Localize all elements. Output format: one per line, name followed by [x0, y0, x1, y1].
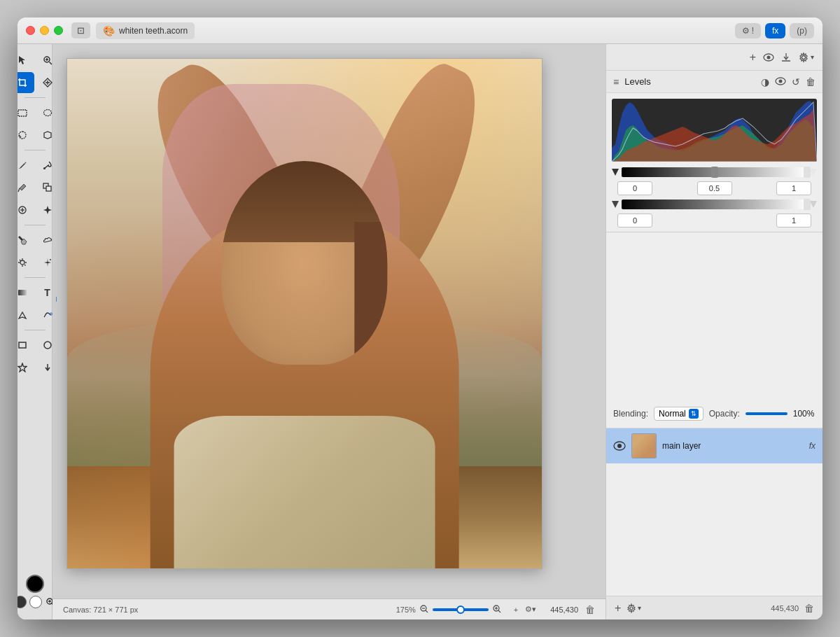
layers-bottombar: + ▾ 445,430 🗑 — [606, 596, 822, 620]
close-button[interactable] — [26, 26, 35, 35]
levels-delete-btn[interactable]: 🗑 — [806, 76, 816, 88]
input-values: 0 0.5 1 — [612, 181, 817, 200]
sparkle-tool[interactable] — [36, 252, 59, 273]
output-white-marker[interactable] — [810, 201, 817, 208]
tool-row-13 — [18, 357, 59, 378]
output-white-handle[interactable] — [804, 199, 811, 210]
p-button[interactable]: (p) — [790, 23, 814, 38]
input-mid-value[interactable]: 0.5 — [697, 181, 732, 195]
input-high-value[interactable]: 1 — [776, 181, 811, 195]
cloud-tool[interactable] — [36, 230, 59, 251]
levels-header: ≡ Levels ◑ ↺ 🗑 — [606, 71, 822, 93]
star-shape-tool[interactable] — [18, 357, 34, 378]
tools-button[interactable]: ⚙︎ ! — [735, 23, 761, 38]
pen-tool[interactable] — [18, 304, 34, 326]
blending-select[interactable]: Normal ⇅ — [654, 407, 704, 421]
rect-shape-tool[interactable] — [18, 335, 34, 356]
fx-button[interactable]: fx — [765, 23, 785, 38]
panel-toolbar: + ▾ — [606, 44, 822, 71]
levels-eye-btn[interactable] — [775, 76, 786, 88]
zoom-slider[interactable] — [433, 608, 489, 611]
crop-tool[interactable] — [18, 72, 34, 93]
zoom-out-button[interactable] — [420, 604, 428, 615]
levels-contrast-btn[interactable]: ◑ — [761, 76, 769, 88]
sidebar-toggle-button[interactable]: ⊡ — [71, 22, 90, 38]
select-tool[interactable] — [18, 50, 34, 71]
zoom-slider-thumb — [456, 606, 465, 614]
text-tool[interactable]: T | — [36, 282, 59, 303]
arrow-tool[interactable] — [36, 357, 59, 378]
rect-select-tool[interactable] — [18, 102, 34, 123]
input-slider-track[interactable] — [622, 167, 807, 177]
tool-row-1 — [18, 50, 59, 71]
output-high-value[interactable]: 1 — [776, 214, 811, 227]
export-btn[interactable] — [781, 52, 791, 62]
swap-colors[interactable] — [29, 596, 42, 608]
maximize-button[interactable] — [54, 26, 63, 35]
blending-label: Blending: — [613, 409, 648, 419]
divider-5 — [24, 330, 46, 330]
white-point-marker[interactable] — [810, 169, 817, 176]
fill-tool[interactable] — [18, 230, 34, 251]
bg-color[interactable] — [18, 596, 27, 608]
blending-chevron-icon: ⇅ — [689, 409, 699, 419]
midpoint-handle[interactable] — [711, 167, 718, 178]
ellipse-select-tool[interactable] — [36, 102, 59, 123]
divider-3 — [24, 225, 46, 225]
output-sliders: 0 1 — [606, 200, 822, 232]
document-tab[interactable]: 🎨 whiten teeth.acorn — [96, 22, 195, 39]
opacity-value: 100% — [793, 409, 815, 419]
output-slider-track[interactable] — [622, 200, 807, 209]
heal-tool[interactable] — [18, 200, 34, 220]
canvas-count-label: 445,430 — [771, 604, 799, 612]
main-content: T | — [18, 44, 822, 620]
brush-tool[interactable] — [36, 155, 59, 176]
sun-tool[interactable] — [18, 252, 34, 273]
layers-area: main layer fx — [606, 428, 822, 596]
white-point-handle[interactable] — [804, 167, 811, 178]
zoom-in-button[interactable] — [493, 604, 501, 615]
add-icon: + — [750, 51, 756, 64]
canvas-scroll[interactable] — [52, 44, 606, 598]
layer-settings-button[interactable]: ▾ — [626, 603, 641, 613]
magic-tool[interactable] — [36, 200, 59, 220]
circle-shape-tool[interactable] — [36, 335, 59, 356]
svg-point-31 — [44, 342, 51, 349]
svg-point-10 — [43, 167, 46, 169]
black-point-handle[interactable] — [612, 169, 619, 176]
titlebar-right-buttons: ⚙︎ ! fx (p) — [735, 23, 814, 38]
add-layer-btn[interactable]: + — [750, 51, 756, 64]
layer-visibility-button[interactable] — [613, 440, 626, 452]
add-layer-bottom-button[interactable]: + — [615, 602, 621, 615]
svg-line-11 — [18, 188, 20, 192]
eyedropper-tool[interactable] — [18, 177, 34, 198]
svg-point-48 — [802, 55, 806, 59]
layer-fx-button[interactable]: fx — [809, 441, 816, 451]
gradient-tool[interactable] — [18, 282, 34, 303]
lasso-tool[interactable] — [18, 125, 34, 146]
layer-item[interactable]: main layer fx — [606, 428, 822, 463]
dress — [174, 416, 435, 568]
delete-layer-button[interactable]: 🗑 — [804, 603, 814, 614]
tools-icon: ⚙︎ — [742, 26, 750, 36]
tools-panel: T | — [18, 44, 52, 620]
status-trash-button[interactable]: 🗑 — [585, 604, 595, 615]
minimize-button[interactable] — [40, 26, 49, 35]
input-low-value[interactable]: 0 — [617, 181, 652, 195]
foreground-color[interactable] — [26, 575, 44, 593]
layer-thumbnail — [631, 433, 657, 458]
transform-tool[interactable] — [36, 72, 59, 93]
pencil-tool[interactable] — [18, 155, 34, 176]
document-icon: 🎨 — [103, 25, 115, 36]
quick-mask-tool[interactable] — [36, 125, 59, 146]
opacity-slider[interactable] — [746, 412, 788, 415]
visibility-btn[interactable] — [763, 53, 774, 62]
zoom-tool[interactable] — [36, 50, 59, 71]
output-low-value[interactable]: 0 — [617, 214, 652, 227]
freehand-tool[interactable] — [36, 304, 59, 326]
levels-reset-btn[interactable]: ↺ — [792, 76, 800, 88]
tool-row-5 — [18, 155, 59, 176]
clone-tool[interactable] — [36, 177, 59, 198]
settings-btn[interactable]: ▾ — [798, 52, 814, 63]
output-black-handle[interactable] — [612, 201, 619, 208]
